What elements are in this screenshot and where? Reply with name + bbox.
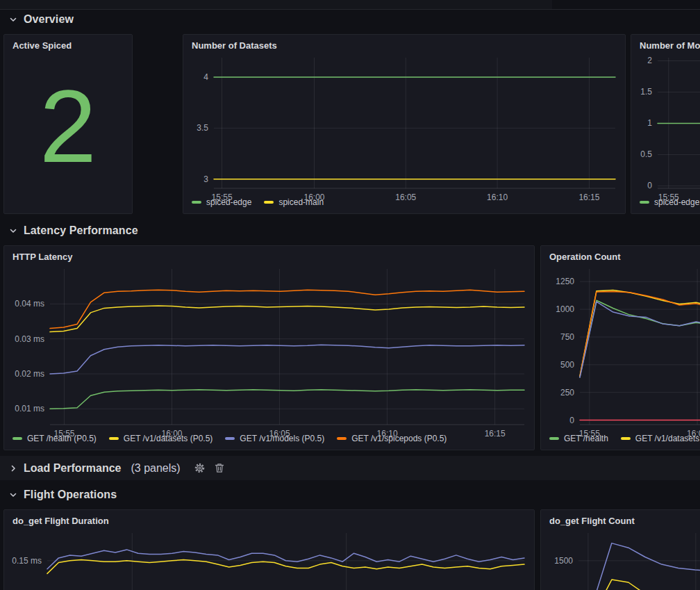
svg-text:1: 1	[647, 118, 652, 128]
svg-text:2: 2	[647, 56, 652, 65]
panel-http-latency: HTTP Latency 15:5516:0016:0516:1016:150.…	[3, 245, 535, 450]
section-title: Overview	[24, 13, 74, 26]
svg-text:250: 250	[560, 388, 574, 398]
top-bar-segment	[552, 0, 700, 9]
svg-text:3: 3	[203, 174, 208, 184]
chevron-down-icon	[9, 491, 17, 499]
svg-text:0.04 ms: 0.04 ms	[15, 299, 44, 309]
section-header-latency-performance[interactable]: Latency Performance	[9, 222, 138, 239]
svg-text:15:55: 15:55	[658, 192, 679, 202]
stat-value: 2	[4, 52, 132, 213]
panel-do-get-flight-duration: do_get Flight Duration 0.15 ms	[3, 509, 535, 590]
section-title: Flight Operations	[24, 489, 117, 501]
svg-text:0: 0	[647, 181, 652, 190]
top-bar	[0, 0, 700, 10]
svg-text:4: 4	[203, 72, 208, 82]
chart-canvas[interactable]: 15:5516:0016:0516:1016:1533.54	[186, 52, 622, 205]
svg-text:16:10: 16:10	[487, 192, 508, 202]
section-delete-button[interactable]	[213, 461, 226, 475]
svg-text:15:55: 15:55	[579, 429, 600, 439]
svg-text:0: 0	[569, 416, 574, 425]
svg-text:15:55: 15:55	[212, 192, 233, 202]
panel-number-of-datasets: Number of Datasets 15:5516:0016:0516:101…	[183, 34, 626, 214]
panel-title[interactable]: do_get Flight Count	[541, 510, 700, 527]
svg-text:500: 500	[560, 360, 574, 370]
svg-text:16:10: 16:10	[377, 429, 398, 439]
panel-title[interactable]: HTTP Latency	[4, 246, 534, 263]
svg-text:16:15: 16:15	[578, 192, 599, 202]
svg-text:16:00: 16:00	[687, 429, 700, 439]
section-header-overview[interactable]: Overview	[9, 11, 74, 28]
trash-icon	[215, 463, 224, 473]
panel-title[interactable]: Number of Mo	[631, 35, 700, 52]
section-header-flight-operations[interactable]: Flight Operations	[9, 486, 117, 503]
panel-active-spiced: Active Spiced 2	[3, 34, 133, 214]
panel-do-get-flight-count: do_get Flight Count 1500	[540, 509, 700, 590]
panel-count-note: (3 panels)	[131, 462, 180, 475]
section-title: Load Performance	[24, 462, 121, 475]
chart-canvas[interactable]: 0.15 ms	[7, 527, 531, 590]
chart-number-of-datasets[interactable]: 15:5516:0016:0516:1016:1533.54	[186, 52, 622, 195]
panel-number-of-models: Number of Mo 15:5516:0016:0516:1016:1500…	[631, 34, 700, 214]
svg-text:16:00: 16:00	[303, 192, 324, 202]
panel-title[interactable]: Active Spiced	[4, 35, 132, 52]
gear-icon	[194, 463, 205, 473]
svg-text:0.02 ms: 0.02 ms	[15, 369, 44, 379]
svg-text:1250: 1250	[556, 277, 574, 286]
chart-canvas[interactable]: 15:5516:0016:0516:1016:15025050075010001…	[544, 263, 700, 441]
panel-operation-count: Operation Count 15:5516:0016:0516:1016:1…	[540, 245, 700, 450]
svg-text:1500: 1500	[554, 556, 573, 566]
svg-text:16:00: 16:00	[162, 429, 183, 439]
svg-text:0.03 ms: 0.03 ms	[15, 334, 44, 344]
chart-flight-count[interactable]: 1500	[544, 527, 700, 590]
svg-text:1.5: 1.5	[640, 87, 652, 97]
svg-text:750: 750	[560, 332, 574, 342]
chevron-down-icon	[9, 227, 17, 235]
svg-text:1000: 1000	[556, 304, 574, 314]
chart-canvas[interactable]: 15:5516:0016:0516:1016:1500.511.52	[634, 52, 700, 205]
svg-text:16:05: 16:05	[395, 192, 416, 202]
svg-text:3.5: 3.5	[197, 123, 208, 133]
chart-flight-duration[interactable]: 0.15 ms	[7, 527, 531, 590]
chevron-right-icon	[9, 464, 17, 473]
svg-text:0.5: 0.5	[640, 149, 652, 159]
chevron-down-icon	[9, 15, 17, 24]
svg-text:0.15 ms: 0.15 ms	[12, 556, 42, 566]
section-title: Latency Performance	[24, 224, 138, 237]
section-settings-button[interactable]	[193, 461, 206, 475]
panel-title[interactable]: Number of Datasets	[183, 35, 625, 52]
svg-text:15:55: 15:55	[53, 429, 74, 439]
panel-title[interactable]: do_get Flight Duration	[4, 510, 534, 527]
panel-title[interactable]: Operation Count	[541, 246, 700, 263]
svg-text:16:05: 16:05	[269, 429, 290, 439]
section-header-load-performance[interactable]: Load Performance (3 panels)	[0, 456, 700, 480]
chart-number-of-models[interactable]: 15:5516:0016:0516:1016:1500.511.52	[634, 52, 700, 195]
chart-http-latency[interactable]: 15:5516:0016:0516:1016:150.01 ms0.02 ms0…	[7, 263, 531, 432]
chart-operation-count[interactable]: 15:5516:0016:0516:1016:15025050075010001…	[544, 263, 700, 432]
chart-canvas[interactable]: 15:5516:0016:0516:1016:150.01 ms0.02 ms0…	[7, 263, 531, 441]
chart-canvas[interactable]: 1500	[544, 527, 700, 590]
svg-text:0.01 ms: 0.01 ms	[15, 404, 44, 413]
svg-text:16:15: 16:15	[485, 429, 506, 439]
